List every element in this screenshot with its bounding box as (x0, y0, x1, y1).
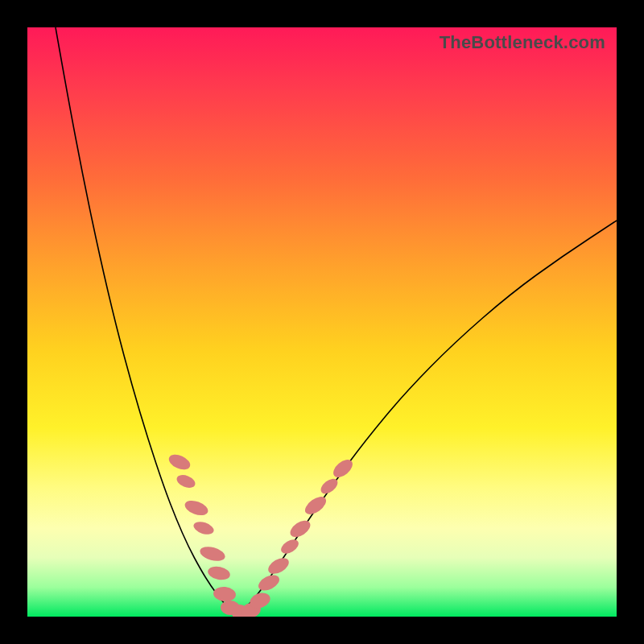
bead (207, 564, 232, 581)
bead (167, 452, 192, 473)
bead (330, 456, 356, 481)
bead (175, 473, 196, 490)
chart-svg (27, 27, 617, 617)
plot-area: TheBottleneck.com (27, 27, 617, 617)
bead (287, 518, 313, 541)
bead (213, 586, 237, 603)
chart-frame: TheBottleneck.com (0, 0, 644, 644)
bead (198, 544, 226, 564)
bead (192, 519, 215, 536)
bead (266, 555, 291, 577)
bead (183, 497, 210, 518)
bead (279, 537, 301, 557)
bead-group (167, 452, 356, 617)
right-curve (235, 221, 617, 615)
